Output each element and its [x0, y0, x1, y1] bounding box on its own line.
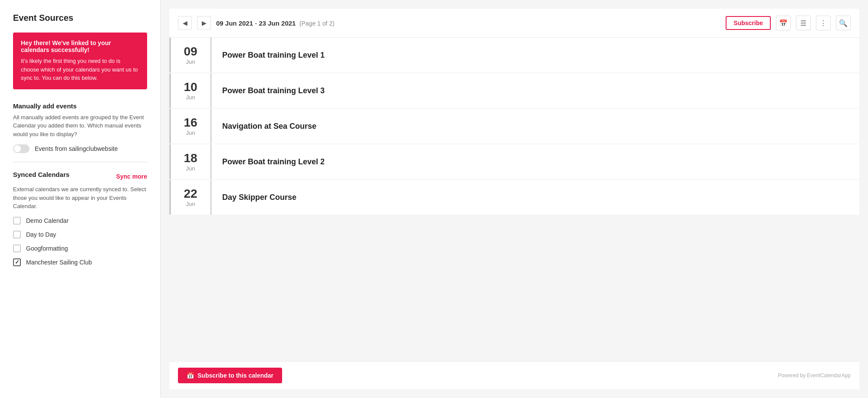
event-month: Jun [186, 59, 195, 65]
powered-by: Powered by EventCalendarApp [778, 372, 851, 378]
subscribe-button[interactable]: Subscribe [726, 16, 771, 30]
event-title: Power Boat training Level 2 [222, 157, 325, 166]
calendar-view-button[interactable]: 📅 [776, 16, 791, 30]
subscribe-calendar-label: Subscribe to this calendar [197, 372, 273, 379]
search-button[interactable]: 🔍 [836, 16, 851, 30]
event-date: 09 Jun [171, 38, 210, 72]
event-month: Jun [186, 201, 195, 207]
page-info: (Page 1 of 2) [299, 20, 335, 27]
calendars-list: Demo CalendarDay to DayGoogformattingMan… [13, 217, 147, 266]
date-range: 09 Jun 2021 - 23 Jun 2021 (Page 1 of 2) [216, 20, 335, 27]
manual-events-toggle[interactable] [13, 144, 30, 153]
event-day: 16 [184, 117, 197, 129]
events-list: 09 Jun Power Boat training Level 1 10 Ju… [169, 38, 859, 361]
calendar-label: Googformatting [26, 245, 68, 252]
list-icon: ☰ [800, 19, 806, 27]
sidebar-title: Event Sources [13, 13, 147, 23]
toolbar: ◀ ▶ 09 Jun 2021 - 23 Jun 2021 (Page 1 of… [169, 9, 859, 38]
event-title: Power Boat training Level 3 [222, 86, 325, 95]
calendar-row: Googformatting [13, 245, 147, 252]
sync-more-link[interactable]: Sync more [116, 173, 147, 180]
event-date: 22 Jun [171, 180, 210, 215]
alert-body: It's likely the first thing you need to … [21, 57, 139, 82]
calendar-row: Demo Calendar [13, 217, 147, 225]
event-row[interactable]: 16 Jun Navigation at Sea Course [169, 109, 859, 144]
next-button[interactable]: ▶ [197, 16, 211, 30]
grid-view-button[interactable]: ⋮ [816, 16, 831, 30]
synced-section-desc: External calendars we are currently sync… [13, 185, 147, 211]
synced-header: Synced Calendars Sync more [13, 171, 147, 182]
event-info: Navigation at Sea Course [212, 109, 859, 144]
prev-button[interactable]: ◀ [178, 16, 192, 30]
event-day: 09 [184, 46, 197, 58]
event-month: Jun [186, 94, 195, 101]
calendar-checkbox[interactable] [13, 217, 21, 225]
event-month: Jun [186, 165, 195, 172]
date-range-start: 09 Jun 2021 [216, 20, 253, 27]
event-row[interactable]: 18 Jun Power Boat training Level 2 [169, 144, 859, 179]
event-date: 10 Jun [171, 73, 210, 108]
alert-box: Hey there! We've linked to your calendar… [13, 33, 147, 89]
calendar-checkbox[interactable] [13, 231, 21, 238]
event-day: 22 [184, 188, 197, 200]
subscribe-calendar-button[interactable]: 📅 Subscribe to this calendar [178, 368, 282, 383]
calendar-checkbox[interactable] [13, 258, 21, 266]
event-month: Jun [186, 130, 195, 136]
date-range-end: 23 Jun 2021 [259, 20, 296, 27]
event-title: Navigation at Sea Course [222, 122, 316, 131]
calendar-label: Manchester Sailing Club [26, 259, 92, 266]
event-date: 16 Jun [171, 109, 210, 144]
event-title: Power Boat training Level 1 [222, 51, 325, 60]
manual-section-title: Manually add events [13, 102, 147, 110]
event-day: 10 [184, 81, 197, 93]
calendar-container: ◀ ▶ 09 Jun 2021 - 23 Jun 2021 (Page 1 of… [169, 9, 859, 389]
synced-section-title: Synced Calendars [13, 171, 69, 178]
list-view-button[interactable]: ☰ [796, 16, 811, 30]
sidebar: Event Sources Hey there! We've linked to… [0, 0, 161, 398]
calendar-label: Demo Calendar [26, 217, 69, 224]
calendar-icon-btn: 📅 [187, 372, 194, 379]
event-info: Day Skipper Course [212, 180, 859, 215]
event-row[interactable]: 22 Jun Day Skipper Course [169, 180, 859, 215]
calendar-label: Day to Day [26, 231, 56, 238]
event-title: Day Skipper Course [222, 193, 296, 202]
alert-heading: Hey there! We've linked to your calendar… [21, 39, 139, 53]
toggle-row-manual: Events from sailingclubwebsite [13, 144, 147, 153]
event-row[interactable]: 10 Jun Power Boat training Level 3 [169, 73, 859, 108]
footer: 📅 Subscribe to this calendar Powered by … [169, 361, 859, 389]
calendar-icon: 📅 [779, 19, 788, 27]
calendar-checkbox[interactable] [13, 245, 21, 252]
search-icon: 🔍 [839, 19, 848, 27]
event-info: Power Boat training Level 1 [212, 38, 859, 72]
event-info: Power Boat training Level 2 [212, 144, 859, 179]
grid-icon: ⋮ [820, 19, 827, 27]
divider [13, 162, 147, 162]
event-row[interactable]: 09 Jun Power Boat training Level 1 [169, 38, 859, 72]
calendar-row: Manchester Sailing Club [13, 258, 147, 266]
event-info: Power Boat training Level 3 [212, 73, 859, 108]
main-content: ◀ ▶ 09 Jun 2021 - 23 Jun 2021 (Page 1 of… [161, 0, 868, 398]
manual-section-desc: All manually added events are grouped by… [13, 113, 147, 139]
calendar-row: Day to Day [13, 231, 147, 238]
manual-toggle-label: Events from sailingclubwebsite [35, 145, 118, 152]
event-day: 18 [184, 152, 197, 164]
event-date: 18 Jun [171, 144, 210, 179]
